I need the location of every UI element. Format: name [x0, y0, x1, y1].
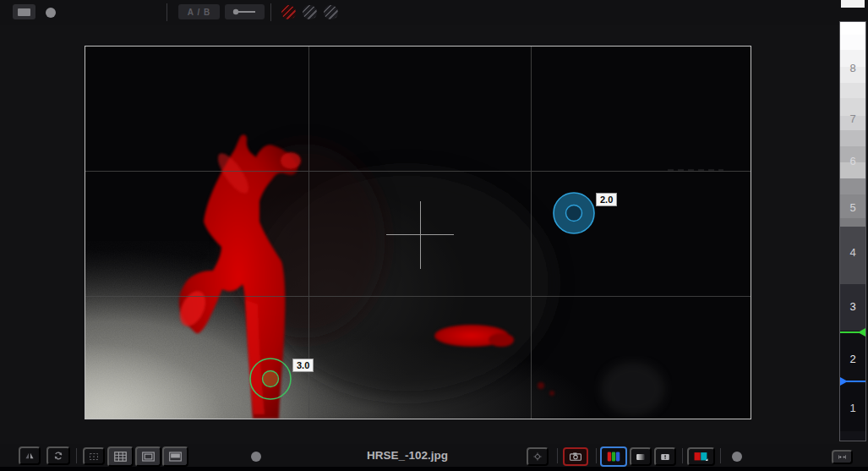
clipped-scale-top [841, 0, 865, 8]
zone-marker[interactable] [840, 331, 865, 333]
divider [270, 3, 271, 21]
overlay-stripe-icon[interactable] [303, 5, 317, 19]
ab-compare-button[interactable]: A / B [178, 4, 220, 19]
fit-width-icon [838, 452, 846, 462]
zone-label-5: 5 [840, 200, 865, 216]
display-icon [18, 8, 30, 16]
exposure-warning-button[interactable] [654, 447, 676, 466]
zone-band [840, 178, 865, 194]
fit-width-button[interactable] [832, 450, 853, 464]
mask-overlay-button[interactable] [162, 446, 188, 467]
zone-band [840, 83, 865, 98]
filename-label: HRSE_-102.jpg [367, 449, 448, 462]
focus-mask-colors-button[interactable] [687, 447, 715, 466]
rgb-histogram-icon [607, 450, 620, 463]
rgb-histogram-button[interactable] [600, 446, 627, 467]
sample-circle-icon [248, 357, 292, 401]
zone-label-2: 2 [840, 352, 865, 367]
sample-circle-icon [552, 191, 596, 235]
zone-label-6: 6 [840, 154, 865, 169]
zone-label-8: 8 [840, 61, 865, 76]
exposure-zone-scale[interactable]: 87654321 [839, 21, 866, 441]
slider-icon [231, 8, 259, 16]
flip-horizontal-icon [25, 448, 34, 463]
zone-band [840, 431, 865, 441]
zone-band [840, 35, 865, 50]
zone-band [840, 218, 865, 227]
overlay-stripe-icon[interactable] [324, 5, 338, 19]
zone-label-3: 3 [840, 299, 865, 315]
image-viewport[interactable]: 2.03.0 [85, 46, 751, 419]
zone-marker[interactable] [840, 381, 865, 382]
rotate-icon [53, 447, 63, 464]
status-dot [251, 452, 261, 462]
window-edge [0, 467, 868, 471]
adjustment-slider-button[interactable] [225, 4, 265, 19]
sample-value-label: 2.0 [596, 193, 617, 206]
grayscale-button[interactable] [630, 447, 652, 466]
status-dot [732, 452, 742, 462]
grayscale-icon [636, 450, 645, 464]
divider [557, 448, 558, 463]
divider [682, 448, 683, 463]
focus-frame-icon [90, 449, 98, 464]
camera-live-button[interactable] [563, 447, 588, 466]
exposure-warning-icon [661, 450, 669, 464]
exposure-sample-marker[interactable] [248, 357, 292, 401]
camera-icon [570, 451, 581, 463]
bottom-toolbar: HRSE_-102.jpg [0, 444, 868, 467]
focus-mask-colors-icon [694, 448, 708, 465]
flip-horizontal-button[interactable] [19, 446, 41, 465]
status-dot [46, 8, 56, 18]
zone-label-1: 1 [840, 401, 865, 416]
grid-overlay-icon [114, 450, 127, 463]
frame-overlay-icon [142, 450, 155, 463]
display-proof-button[interactable] [13, 4, 35, 19]
target-button[interactable] [527, 447, 549, 466]
divider [76, 448, 77, 463]
exposure-sample-marker[interactable] [552, 191, 596, 235]
rotate-button[interactable] [46, 446, 70, 465]
divider [596, 448, 597, 463]
zone-marker-arrow [858, 328, 865, 337]
zone-label-4: 4 [840, 245, 865, 260]
zone-band [840, 22, 865, 35]
frame-overlay-button[interactable] [135, 446, 161, 467]
crosshair-target-icon [533, 447, 542, 466]
divider [720, 448, 721, 463]
mask-overlay-icon [169, 450, 182, 463]
focus-frame-button[interactable] [83, 447, 105, 465]
divider [167, 3, 167, 21]
sample-value-label: 3.0 [292, 359, 314, 372]
focus-mask-red-icon[interactable] [281, 5, 296, 19]
photo-horse-focus-mask [85, 47, 751, 419]
top-toolbar: A / B [0, 0, 868, 25]
zone-marker-arrow [840, 377, 848, 386]
zone-band [840, 130, 865, 146]
zone-label-7: 7 [840, 112, 865, 127]
grid-overlay-button[interactable] [107, 446, 134, 467]
